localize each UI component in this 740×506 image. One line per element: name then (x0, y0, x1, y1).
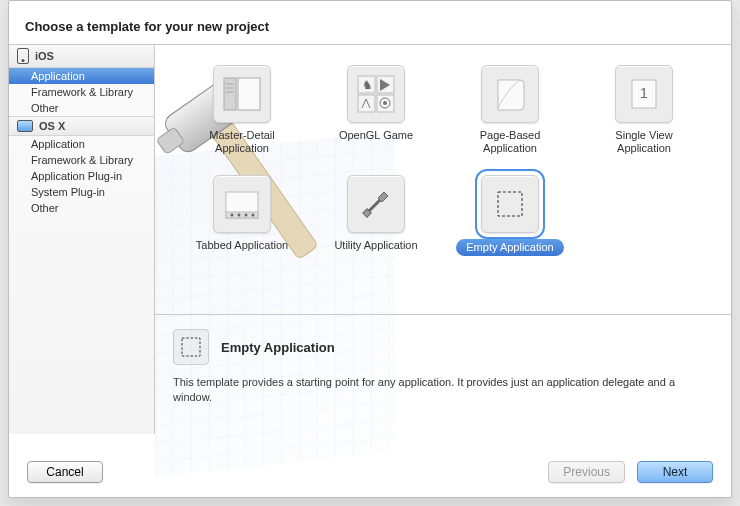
sidebar-item-osx-other[interactable]: Other (9, 200, 154, 216)
svg-rect-11 (358, 95, 375, 112)
template-label: Utility Application (334, 239, 417, 252)
svg-point-21 (245, 214, 248, 217)
button-bar: Cancel Previous Next (9, 447, 731, 497)
previous-button[interactable]: Previous (548, 461, 625, 483)
sidebar-item-ios-application[interactable]: Application (9, 68, 154, 84)
sidebar-item-osx-app-plugin[interactable]: Application Plug-in (9, 168, 154, 184)
iphone-icon (17, 48, 29, 64)
template-detail: Empty Application This template provides… (155, 315, 731, 420)
new-project-sheet: Choose a template for your new project i… (8, 0, 732, 498)
next-button[interactable]: Next (637, 461, 713, 483)
sidebar-item-osx-system-plugin[interactable]: System Plug-in (9, 184, 154, 200)
sidebar-item-osx-framework[interactable]: Framework & Library (9, 152, 154, 168)
svg-text:♞: ♞ (362, 78, 373, 92)
cancel-button[interactable]: Cancel (27, 461, 103, 483)
detail-empty-icon (173, 329, 209, 365)
sidebar: iOS Application Framework & Library Othe… (9, 45, 155, 434)
sidebar-item-label: Framework & Library (31, 86, 133, 98)
template-label: Page-Based Application (455, 129, 565, 155)
imac-icon (17, 120, 33, 132)
template-utility[interactable]: Utility Application (309, 169, 443, 279)
template-label: Single View Application (589, 129, 699, 155)
tabbed-icon (213, 175, 271, 233)
sidebar-item-label: Other (31, 202, 59, 214)
content-area: Master-Detail Application ♞ OpenGL Game (155, 45, 731, 434)
sheet-title: Choose a template for your new project (9, 1, 731, 44)
template-label: Master-Detail Application (187, 129, 297, 155)
sidebar-section-label: iOS (35, 50, 54, 62)
sidebar-item-ios-other[interactable]: Other (9, 100, 154, 116)
page-based-icon (481, 65, 539, 123)
opengl-icon: ♞ (347, 65, 405, 123)
template-label: OpenGL Game (339, 129, 413, 142)
template-master-detail[interactable]: Master-Detail Application (175, 59, 309, 169)
sidebar-item-label: Application (31, 70, 85, 82)
template-tabbed[interactable]: Tabbed Application (175, 169, 309, 279)
svg-rect-24 (498, 192, 522, 216)
sidebar-item-label: Framework & Library (31, 154, 133, 166)
sidebar-item-label: Application Plug-in (31, 170, 122, 182)
master-detail-icon (213, 65, 271, 123)
sidebar-section-ios[interactable]: iOS (9, 45, 154, 68)
svg-point-22 (252, 214, 255, 217)
detail-title: Empty Application (221, 340, 335, 355)
svg-rect-3 (224, 78, 236, 110)
svg-text:1: 1 (640, 85, 648, 101)
sidebar-item-label: Application (31, 138, 85, 150)
templates-grid: Master-Detail Application ♞ OpenGL Game (155, 45, 731, 315)
svg-rect-4 (238, 78, 260, 110)
template-page-based[interactable]: Page-Based Application (443, 59, 577, 169)
svg-point-20 (238, 214, 241, 217)
sidebar-item-ios-framework[interactable]: Framework & Library (9, 84, 154, 100)
sidebar-section-osx[interactable]: OS X (9, 116, 154, 136)
sidebar-item-osx-application[interactable]: Application (9, 136, 154, 152)
single-view-icon: 1 (615, 65, 673, 123)
sidebar-item-label: Other (31, 102, 59, 114)
template-single-view[interactable]: 1 Single View Application (577, 59, 711, 169)
main-area: iOS Application Framework & Library Othe… (9, 44, 731, 434)
template-label: Tabbed Application (196, 239, 288, 252)
svg-rect-25 (182, 338, 200, 356)
template-opengl-game[interactable]: ♞ OpenGL Game (309, 59, 443, 169)
template-label: Empty Application (456, 239, 563, 256)
empty-icon (481, 175, 539, 233)
sidebar-item-label: System Plug-in (31, 186, 105, 198)
detail-description: This template provides a starting point … (173, 375, 713, 406)
svg-point-19 (231, 214, 234, 217)
utility-icon (347, 175, 405, 233)
svg-point-14 (383, 101, 387, 105)
template-empty-application[interactable]: Empty Application (443, 169, 577, 279)
sidebar-section-label: OS X (39, 120, 65, 132)
